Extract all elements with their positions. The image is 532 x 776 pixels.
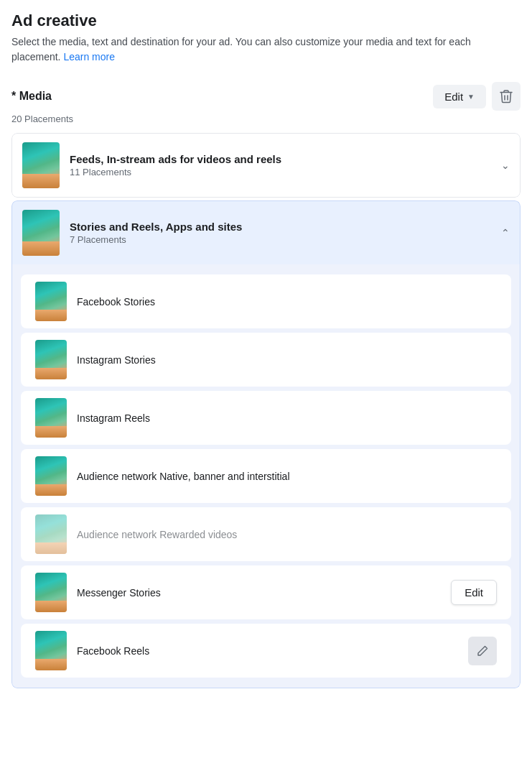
audience-rewarded-thumbnail [35, 514, 67, 554]
facebook-stories-label: Facebook Stories [77, 296, 497, 308]
media-section: * Media Edit ▼ 20 Placements Feeds, In-s… [11, 82, 521, 688]
chevron-down-icon: ▼ [467, 93, 475, 101]
total-placements-count: 20 Placements [11, 114, 521, 124]
audience-native-thumbnail [35, 456, 67, 496]
stories-chevron-up-icon: ⌃ [501, 227, 510, 239]
facebook-reels-thumbnail [35, 631, 67, 670]
placement-group-stories-header[interactable]: Stories and Reels, Apps and sites 7 Plac… [11, 200, 521, 264]
messenger-stories-edit-button[interactable]: Edit [451, 580, 497, 605]
stories-group-info: Stories and Reels, Apps and sites 7 Plac… [70, 221, 501, 245]
delete-media-button[interactable] [492, 82, 521, 111]
stories-group-name: Stories and Reels, Apps and sites [70, 221, 501, 233]
list-item: Facebook Reels [21, 624, 511, 678]
feeds-group-info: Feeds, In-stream ads for videos and reel… [70, 153, 501, 177]
list-item: Facebook Stories [21, 274, 511, 328]
media-header: * Media Edit ▼ [11, 82, 521, 111]
stories-group-count: 7 Placements [70, 234, 501, 245]
stories-thumbnail [22, 210, 60, 256]
media-label: * Media [11, 90, 52, 103]
feeds-group-name: Feeds, In-stream ads for videos and reel… [70, 153, 501, 165]
feeds-group-count: 11 Placements [70, 167, 501, 177]
list-item: Instagram Stories [21, 333, 511, 387]
learn-more-link[interactable]: Learn more [63, 51, 115, 63]
pencil-icon [477, 645, 488, 657]
page-header: Ad creative Select the media, text and d… [11, 11, 521, 65]
audience-rewarded-label: Audience network Rewarded videos [77, 529, 497, 540]
trash-icon [500, 89, 513, 103]
list-item: Messenger Stories Edit [21, 565, 511, 619]
instagram-reels-thumbnail [35, 398, 67, 438]
placement-group-feeds-header[interactable]: Feeds, In-stream ads for videos and reel… [11, 133, 521, 198]
list-item: Instagram Reels [21, 391, 511, 445]
page-title: Ad creative [11, 11, 521, 30]
facebook-reels-label: Facebook Reels [77, 645, 468, 657]
stories-expanded-content: Facebook Stories Instagram Stories Insta… [11, 264, 521, 688]
media-actions: Edit ▼ [433, 82, 521, 111]
feeds-chevron-down-icon: ⌄ [501, 160, 510, 171]
list-item: Audience network Rewarded videos [21, 507, 511, 561]
instagram-reels-label: Instagram Reels [77, 412, 497, 424]
facebook-stories-thumbnail [35, 282, 67, 321]
instagram-stories-thumbnail [35, 340, 67, 379]
page-description: Select the media, text and destination f… [11, 34, 521, 65]
messenger-stories-label: Messenger Stories [77, 587, 451, 599]
instagram-stories-label: Instagram Stories [77, 354, 497, 366]
audience-native-label: Audience network Native, banner and inte… [77, 471, 497, 482]
edit-media-button[interactable]: Edit ▼ [433, 85, 486, 108]
feeds-thumbnail [22, 142, 60, 188]
list-item: Audience network Native, banner and inte… [21, 449, 511, 503]
facebook-reels-edit-button[interactable] [468, 637, 497, 665]
messenger-stories-thumbnail [35, 573, 67, 612]
placement-group-feeds: Feeds, In-stream ads for videos and reel… [11, 133, 521, 198]
placement-group-stories: Stories and Reels, Apps and sites 7 Plac… [11, 200, 521, 688]
